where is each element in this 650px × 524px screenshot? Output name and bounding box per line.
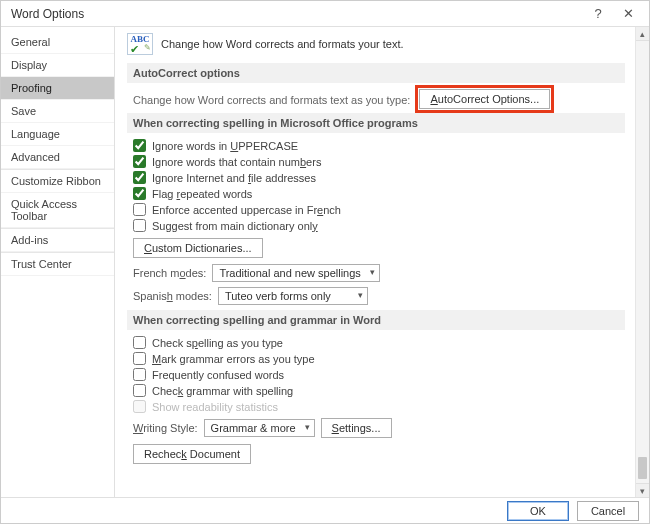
proofing-icon: ABC ✔ ✎ xyxy=(127,33,153,55)
scroll-down-icon[interactable]: ▾ xyxy=(636,483,649,497)
dialog-footer: OK Cancel xyxy=(1,497,649,524)
french-modes-label: French modes: xyxy=(133,267,206,279)
sidebar-item-trust-center[interactable]: Trust Center xyxy=(1,252,114,276)
ok-button[interactable]: OK xyxy=(507,501,569,521)
word-check-3[interactable]: Check grammar with spelling xyxy=(133,384,625,397)
spanish-modes-label: Spanish modes: xyxy=(133,290,212,302)
recheck-document-button[interactable]: Recheck Document xyxy=(133,444,251,464)
sidebar-item-add-ins[interactable]: Add-ins xyxy=(1,228,114,252)
office-check-4[interactable]: Enforce accented uppercase in French xyxy=(133,203,625,216)
word-checkbox-0[interactable] xyxy=(133,336,146,349)
word-check-4: Show readability statistics xyxy=(133,400,625,413)
french-modes-dropdown[interactable]: Traditional and new spellings xyxy=(212,264,379,282)
word-checkbox-2[interactable] xyxy=(133,368,146,381)
office-checkbox-1[interactable] xyxy=(133,155,146,168)
content-pane: ABC ✔ ✎ Change how Word corrects and for… xyxy=(115,27,635,497)
word-check-1[interactable]: Mark grammar errors as you type xyxy=(133,352,625,365)
word-checkbox-4 xyxy=(133,400,146,413)
settings-button[interactable]: Settings... xyxy=(321,418,392,438)
scroll-thumb[interactable] xyxy=(638,457,647,479)
intro-text: Change how Word corrects and formats you… xyxy=(161,38,404,50)
sidebar-item-general[interactable]: General xyxy=(1,31,114,54)
autocorrect-row: Change how Word corrects and formats tex… xyxy=(133,89,625,109)
office-checkbox-2[interactable] xyxy=(133,171,146,184)
section-office-head: When correcting spelling in Microsoft Of… xyxy=(127,113,625,133)
writing-style-dropdown[interactable]: Grammar & more xyxy=(204,419,315,437)
custom-dictionaries-button[interactable]: Custom Dictionaries... xyxy=(133,238,263,258)
titlebar: Word Options ? ✕ xyxy=(1,1,649,27)
office-checkbox-0[interactable] xyxy=(133,139,146,152)
office-checkbox-3[interactable] xyxy=(133,187,146,200)
office-check-2[interactable]: Ignore Internet and file addresses xyxy=(133,171,625,184)
autocorrect-options-button[interactable]: AutoCorrect Options... xyxy=(419,89,550,109)
office-check-5[interactable]: Suggest from main dictionary only xyxy=(133,219,625,232)
sidebar-item-customize-ribbon[interactable]: Customize Ribbon xyxy=(1,169,114,193)
scroll-up-icon[interactable]: ▴ xyxy=(636,27,649,41)
office-checkbox-4[interactable] xyxy=(133,203,146,216)
word-checkbox-3[interactable] xyxy=(133,384,146,397)
spanish-modes-dropdown[interactable]: Tuteo verb forms only xyxy=(218,287,368,305)
sidebar-item-advanced[interactable]: Advanced xyxy=(1,146,114,169)
writing-style-label: Writing Style: xyxy=(133,422,198,434)
help-button[interactable]: ? xyxy=(583,2,613,26)
window-title: Word Options xyxy=(11,7,583,21)
sidebar-item-quick-access-toolbar[interactable]: Quick Access Toolbar xyxy=(1,193,114,228)
section-word-head: When correcting spelling and grammar in … xyxy=(127,310,625,330)
section-autocorrect-head: AutoCorrect options xyxy=(127,63,625,83)
office-checkbox-5[interactable] xyxy=(133,219,146,232)
word-checkbox-1[interactable] xyxy=(133,352,146,365)
office-check-1[interactable]: Ignore words that contain numbers xyxy=(133,155,625,168)
autocorrect-desc: Change how Word corrects and formats tex… xyxy=(133,94,410,106)
sidebar-item-save[interactable]: Save xyxy=(1,100,114,123)
word-check-0[interactable]: Check spelling as you type xyxy=(133,336,625,349)
category-sidebar: GeneralDisplayProofingSaveLanguageAdvanc… xyxy=(1,27,115,497)
vertical-scrollbar[interactable]: ▴ ▾ xyxy=(635,27,649,497)
cancel-button[interactable]: Cancel xyxy=(577,501,639,521)
office-check-3[interactable]: Flag repeated words xyxy=(133,187,625,200)
page-intro: ABC ✔ ✎ Change how Word corrects and for… xyxy=(127,33,625,55)
close-button[interactable]: ✕ xyxy=(613,2,643,26)
sidebar-item-display[interactable]: Display xyxy=(1,54,114,77)
sidebar-item-language[interactable]: Language xyxy=(1,123,114,146)
office-check-0[interactable]: Ignore words in UPPERCASE xyxy=(133,139,625,152)
sidebar-item-proofing[interactable]: Proofing xyxy=(1,77,114,100)
word-check-2[interactable]: Frequently confused words xyxy=(133,368,625,381)
